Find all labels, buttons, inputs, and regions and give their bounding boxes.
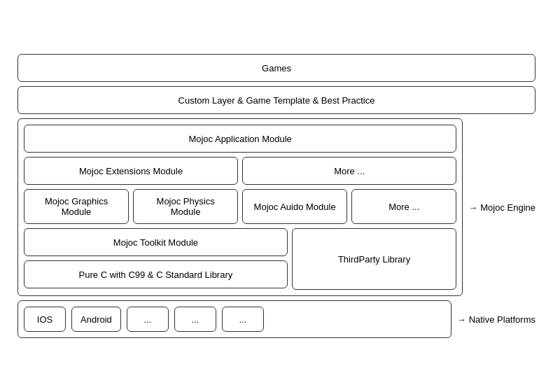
native-dot3-label: ... xyxy=(239,314,246,325)
graphics-module-box: Mojoc Graphics Module xyxy=(24,189,129,224)
audio-label: Mojoc Auido Module xyxy=(254,202,336,212)
native-platforms-row: IOS Android ... ... ... xyxy=(18,300,451,338)
games-box: Games xyxy=(18,54,536,82)
native-dot3-box: ... xyxy=(222,307,264,332)
mojoc-app-module-box: Mojoc Application Module xyxy=(24,125,456,153)
left-column: Mojoc Toolkit Module Pure C with C99 & C… xyxy=(24,228,288,290)
native-android-label: Android xyxy=(80,314,112,325)
native-platforms-side-label: → Native Platforms xyxy=(457,314,536,325)
mojoc-app-label: Mojoc Application Module xyxy=(188,134,291,144)
arrow-right-icon: → xyxy=(468,202,477,213)
games-label: Games xyxy=(262,63,291,74)
modules-row: Mojoc Graphics Module Mojoc Physics Modu… xyxy=(24,189,456,224)
audio-module-box: Mojoc Auido Module xyxy=(242,189,347,224)
native-dot2-box: ... xyxy=(174,307,216,332)
native-platforms-label: Native Platforms xyxy=(469,314,536,325)
mojoc-engine-side-label: → Mojoc Engine xyxy=(468,202,536,213)
native-dot1-box: ... xyxy=(127,307,169,332)
native-dot1-label: ... xyxy=(144,314,151,325)
custom-layer-box: Custom Layer & Game Template & Best Prac… xyxy=(18,86,536,114)
native-ios-box: IOS xyxy=(24,307,66,332)
more-row2-label: More ... xyxy=(388,202,419,212)
custom-layer-label: Custom Layer & Game Template & Best Prac… xyxy=(178,95,375,106)
physics-module-box: Mojoc Physics Module xyxy=(133,189,238,224)
extensions-label: Mojoc Extensions Module xyxy=(79,166,183,176)
architecture-diagram: Games Custom Layer & Game Template & Bes… xyxy=(18,54,536,338)
graphics-label: Mojoc Graphics Module xyxy=(33,196,120,217)
mojoc-engine-outer: Mojoc Application Module Mojoc Extension… xyxy=(18,118,463,296)
extensions-row: Mojoc Extensions Module More ... xyxy=(24,157,456,185)
more-row1-box: More ... xyxy=(242,157,456,185)
more-row1-label: More ... xyxy=(334,166,365,176)
native-arrow-icon: → xyxy=(457,314,466,325)
thirdparty-box: ThirdParty Library xyxy=(292,228,456,290)
mojoc-engine-label: Mojoc Engine xyxy=(480,202,536,213)
toolkit-box: Mojoc Toolkit Module xyxy=(24,228,288,256)
thirdparty-label: ThirdParty Library xyxy=(338,254,410,265)
purec-label: Pure C with C99 & C Standard Library xyxy=(79,270,233,280)
bottom-section: Mojoc Toolkit Module Pure C with C99 & C… xyxy=(24,228,456,290)
native-platforms-wrapper: IOS Android ... ... ... → Native Platfor… xyxy=(18,300,536,338)
physics-label: Mojoc Physics Module xyxy=(142,196,229,217)
native-ios-label: IOS xyxy=(37,314,52,325)
native-dot2-label: ... xyxy=(191,314,199,325)
toolkit-label: Mojoc Toolkit Module xyxy=(113,237,198,248)
extensions-module-box: Mojoc Extensions Module xyxy=(24,157,238,185)
native-android-box: Android xyxy=(71,307,121,332)
more-row2-box: More ... xyxy=(351,189,456,224)
purec-box: Pure C with C99 & C Standard Library xyxy=(24,260,288,288)
